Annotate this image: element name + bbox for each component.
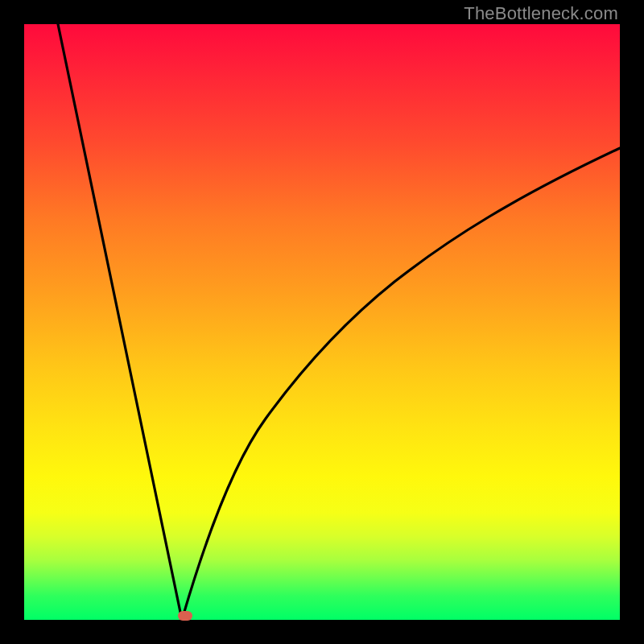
curve-right-sweep (182, 148, 620, 620)
attribution-text: TheBottleneck.com (464, 3, 618, 24)
bottleneck-curve (24, 24, 620, 620)
chart-frame (24, 24, 620, 620)
optimum-marker (178, 611, 192, 621)
curve-left-slope (58, 24, 182, 620)
